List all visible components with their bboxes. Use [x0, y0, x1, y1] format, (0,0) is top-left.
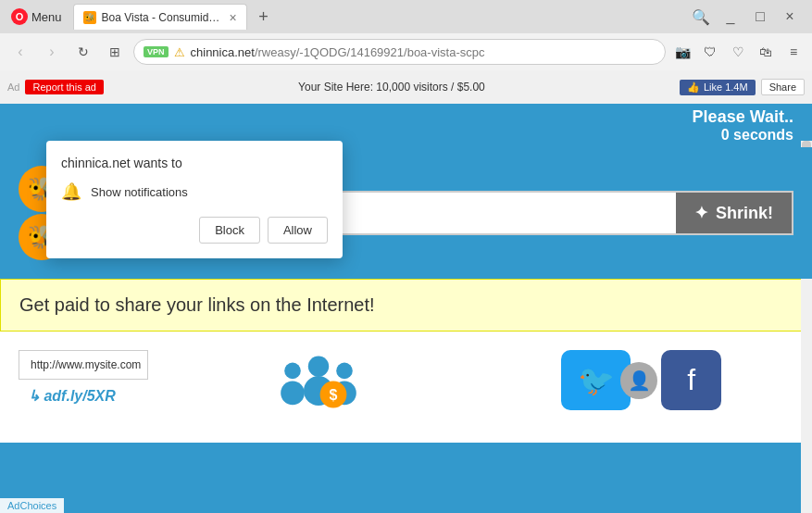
fb-thumb-icon: 👍 [687, 81, 700, 94]
close-button[interactable]: × [779, 6, 801, 28]
fb-like-button[interactable]: 👍 Like 1.4M [680, 80, 756, 95]
share-button[interactable]: Share [761, 79, 805, 95]
tab-title: Boa Vista - Consumid… [102, 11, 220, 24]
browser-chrome: O Menu 🐝 Boa Vista - Consumid… × + 🔍 _ □… [0, 0, 812, 70]
facebook-icon: f [661, 350, 721, 410]
ad-label: Ad [7, 81, 19, 93]
browser-menu-icon[interactable]: ≡ [782, 41, 805, 63]
opera-icon: O [11, 8, 28, 25]
minimize-button[interactable]: _ [719, 6, 742, 28]
address-text: chinnica.net/rweasy/-1QODG/14169921/boa-… [191, 45, 656, 59]
people-icon: $ [272, 350, 365, 424]
reload-button[interactable]: ↻ [70, 39, 96, 65]
notification-popup: chinnica.net wants to 🔔 Show notificatio… [46, 141, 343, 258]
heart-icon[interactable]: ♡ [727, 41, 749, 63]
browser-right-icons: 📷 🛡 ♡ 🛍 ≡ [671, 41, 805, 63]
report-ad-button[interactable]: Report this ad [25, 80, 103, 94]
bag-icon[interactable]: 🛍 [755, 41, 777, 63]
site-example-text: http://www.mysite.com [31, 358, 141, 371]
shield-icon[interactable]: 🛡 [699, 41, 721, 63]
vpn-badge: VPN [144, 46, 169, 57]
site-example-box: http://www.mysite.com [19, 350, 148, 380]
tab-close-button[interactable]: × [229, 10, 236, 25]
address-path: /rweasy/-1QODG/14169921/boa-vista-scpc [255, 45, 485, 59]
wait-text: Please Wait.. [693, 107, 793, 127]
camera-icon[interactable]: 📷 [671, 41, 693, 63]
promo-bar: Get paid to share your links on the Inte… [0, 279, 812, 332]
search-button[interactable]: 🔍 [690, 6, 712, 28]
site-example-col: http://www.mysite.com ↳ adf.ly/5XR [19, 350, 148, 405]
social-icons-col: 🐦 👤 f [490, 350, 794, 410]
bell-icon: 🔔 [61, 181, 81, 202]
maximize-button[interactable]: □ [749, 6, 771, 28]
popup-notification-text: Show notifications [91, 185, 188, 199]
fb-like-label: Like 1.4M [704, 81, 748, 93]
svg-point-0 [308, 356, 329, 376]
shrink-label: Shrink! [716, 204, 773, 223]
allow-button[interactable]: Allow [268, 217, 328, 244]
extensions-button[interactable]: ⊞ [102, 39, 128, 65]
top-ad-bar: Ad Report this ad Your Site Here: 10,000… [0, 70, 812, 104]
address-bar: ‹ › ↻ ⊞ VPN ⚠ chinnica.net/rweasy/-1QODG… [0, 33, 812, 70]
tab-favicon-bee: 🐝 [83, 11, 96, 24]
adchoices-label: AdChoices [7, 500, 56, 511]
popup-title: chinnica.net wants to [61, 156, 328, 170]
adchoices-bar[interactable]: AdChoices [0, 498, 64, 513]
wait-text-block: Please Wait.. 0 seconds [693, 107, 793, 144]
shrink-icon: ✦ [694, 203, 708, 223]
block-button[interactable]: Block [199, 217, 260, 244]
people-icon-col: $ [167, 350, 471, 424]
browser-content: Ad Report this ad Your Site Here: 10,000… [0, 70, 812, 513]
person-overlay-icon: 👤 [620, 362, 657, 399]
forward-button[interactable]: › [39, 39, 65, 65]
bottom-area: http://www.mysite.com ↳ adf.ly/5XR [0, 332, 812, 443]
menu-label: Menu [31, 10, 62, 24]
adfly-page: Ad Report this ad Your Site Here: 10,000… [0, 70, 812, 513]
address-host: chinnica.net [191, 45, 255, 59]
back-button[interactable]: ‹ [7, 39, 33, 65]
address-input[interactable]: VPN ⚠ chinnica.net/rweasy/-1QODG/1416992… [133, 39, 666, 65]
tab-bar: O Menu 🐝 Boa Vista - Consumid… × + 🔍 _ □… [0, 0, 812, 33]
svg-text:$: $ [330, 387, 338, 403]
window-controls: 🔍 _ □ × [682, 6, 808, 28]
svg-point-3 [281, 382, 305, 406]
shrink-button[interactable]: ✦ Shrink! [676, 193, 792, 233]
svg-point-4 [336, 363, 353, 380]
promo-text: Get paid to share your links on the Inte… [19, 294, 375, 315]
opera-menu[interactable]: O Menu [4, 4, 69, 30]
your-site-text: Your Site Here: 10,000 visitors / $5.00 [109, 81, 674, 94]
wait-seconds: 0 seconds [693, 127, 793, 144]
svg-point-2 [284, 363, 301, 380]
new-tab-button[interactable]: + [251, 4, 277, 30]
security-icon: ⚠ [174, 45, 185, 59]
active-tab[interactable]: 🐝 Boa Vista - Consumid… × [73, 4, 247, 30]
popup-row: 🔔 Show notifications [61, 181, 328, 202]
popup-buttons: Block Allow [61, 217, 328, 244]
arrow-link: ↳ adf.ly/5XR [28, 387, 148, 405]
